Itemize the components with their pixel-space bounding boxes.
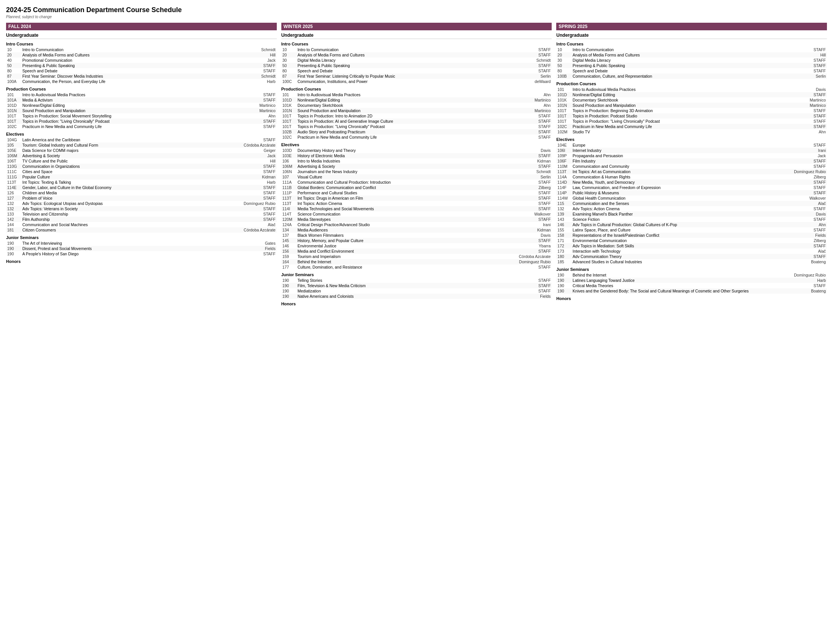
course-number: 110M — [556, 164, 571, 169]
course-instructor: STAFF — [239, 119, 277, 124]
course-number: 101K — [281, 103, 296, 108]
course-title: Topics in Production: Social Movement St… — [21, 113, 239, 119]
table-row: 114EGender, Labor, and Culture in the Gl… — [6, 185, 277, 190]
table-row: 50Presenting & Public SpeakingSTAFF — [281, 63, 552, 68]
course-number: 145 — [281, 238, 296, 243]
table-row: 190Native Americans and ColonistsFields — [281, 294, 552, 299]
table-row: 132Adv Topics: Action CinemaSTAFF — [556, 206, 827, 211]
course-number: 101T — [6, 113, 21, 119]
course-instructor: Fields — [239, 246, 277, 251]
course-title: Intro to Communication — [21, 47, 239, 52]
table-row: 20Analysis of Media Forms and CulturesHi… — [556, 52, 827, 58]
course-instructor: Martinico — [514, 97, 552, 103]
table-row: 101DNonlinear/Digital EditingMartinico — [281, 97, 552, 103]
course-number: 114A — [556, 174, 571, 180]
course-title: Digital Media Literacy — [296, 58, 514, 63]
table-row: 101Intro to Audiovisual Media PracticesA… — [281, 92, 552, 97]
course-number: 105 — [6, 142, 21, 148]
course-number: 132 — [556, 206, 571, 211]
course-title: Communication and Cultural Production: I… — [296, 180, 514, 185]
course-instructor: Zilberg — [789, 174, 827, 180]
course-instructor: Córdoba Azcárate — [514, 254, 552, 259]
course-title: Speech and Debate — [21, 68, 239, 74]
course-instructor: Gates — [239, 241, 277, 246]
course-instructor: STAFF — [514, 47, 552, 52]
course-title: Topics in Production: "Living Chronicall… — [571, 119, 789, 124]
table-row: 143Science FictionSTAFF — [556, 217, 827, 222]
course-number: 87 — [281, 74, 296, 79]
course-instructor: STAFF — [514, 201, 552, 206]
table-row: 114PPublic History & MuseumsSTAFF — [556, 190, 827, 195]
course-instructor: STAFF — [514, 68, 552, 74]
page-subtitle: Planned, subject to change — [6, 15, 827, 19]
page-title: 2024-25 Communication Department Course … — [6, 6, 827, 14]
course-title: Environmental Justice — [296, 243, 514, 248]
table-row: 114TScience CommunicationWalkover — [281, 211, 552, 217]
course-instructor: Martinico — [789, 103, 827, 108]
course-table: 190The Art of InterviewingGates190Dissen… — [6, 241, 277, 256]
course-table: 10Intro to CommunicationSTAFF20Analysis … — [281, 47, 552, 84]
course-instructor: STAFF — [514, 190, 552, 195]
course-number: 185 — [556, 259, 571, 264]
course-instructor: STAFF — [514, 63, 552, 68]
course-instructor: STAFF — [239, 137, 277, 142]
course-instructor: STAFF — [239, 190, 277, 195]
table-row: 124ACritical Design Practice/Advanced St… — [281, 222, 552, 227]
course-instructor: Davis — [514, 148, 552, 153]
course-instructor: Davis — [789, 211, 827, 217]
course-number: 101T — [6, 119, 21, 124]
course-title: Advertising & Society — [21, 153, 239, 158]
course-number: 190 — [281, 283, 296, 288]
section-header: Production Courses — [281, 85, 552, 92]
course-number: 132 — [6, 201, 21, 206]
course-title: Adv Topics: Veterans in Society — [21, 206, 239, 211]
course-number: 156 — [281, 248, 296, 254]
table-row: 181Citizen ConsumersCórdoba Azcárate — [6, 227, 277, 233]
course-title: Law, Communication, and Freedom of Expre… — [571, 185, 789, 190]
course-instructor: Fields — [789, 233, 827, 238]
course-instructor: Martinico — [789, 97, 827, 103]
course-number: 114F — [556, 185, 571, 190]
course-instructor: Fields — [514, 294, 552, 299]
course-title: Popular Culture — [21, 174, 239, 180]
table-row: 106MAdvertising & SocietyJack — [6, 153, 277, 158]
course-instructor: STAFF — [514, 195, 552, 201]
course-instructor: STAFF — [514, 180, 552, 185]
table-row: 133Television and CitizenshipSTAFF — [6, 211, 277, 217]
course-title: Communication & Human Rights — [571, 174, 789, 180]
course-instructor: Walkover — [514, 211, 552, 217]
table-row: 142Film AuthorshipSTAFF — [6, 217, 277, 222]
course-instructor: STAFF — [514, 248, 552, 254]
course-instructor: STAFF — [514, 124, 552, 129]
table-row: 20Analysis of Media Forms and CulturesST… — [281, 52, 552, 58]
course-instructor: Harb — [789, 278, 827, 283]
course-title: Int Topics: Texting & Talking — [21, 180, 239, 185]
course-title: Studio TV — [571, 129, 789, 134]
course-number: 115 — [556, 201, 571, 206]
course-table: 101Intro to Audiovisual Media PracticesS… — [6, 92, 277, 129]
table-row: 87First Year Seminar: Listening Critical… — [281, 74, 552, 79]
course-title: Communication, Culture, and Representati… — [571, 74, 789, 79]
winter-header: WINTER 2025 — [281, 23, 552, 30]
course-title: Analysis of Media Forms and Cultures — [571, 52, 789, 58]
course-instructor: STAFF — [789, 124, 827, 129]
course-title: Interaction with Technology — [571, 248, 789, 254]
course-number: 127 — [6, 195, 21, 201]
course-number: 80 — [6, 68, 21, 74]
spring-column: SPRING 2025 Undergraduate Intro Courses1… — [556, 23, 827, 301]
course-title: Latines Languaging Toward Justice — [571, 278, 789, 283]
course-number: 101N — [281, 108, 296, 113]
course-title: Promotional Communication — [21, 58, 239, 63]
course-instructor: Domínguez Rubio — [789, 272, 827, 278]
course-title: Practicum in New Media and Community Lif… — [571, 124, 789, 129]
course-title: Topics in Production: Intro to Animation… — [296, 113, 514, 119]
course-title: Adv Communication Theory — [571, 254, 789, 259]
course-title: Visual Culture — [296, 174, 514, 180]
table-row: 190Latines Languaging Toward JusticeHarb — [556, 278, 827, 283]
course-instructor: Kidman — [514, 227, 552, 233]
course-instructor: STAFF — [789, 185, 827, 190]
course-number: 114W — [556, 195, 571, 201]
course-title: Communication, the Person, and Everyday … — [21, 79, 239, 84]
fall-sections: Intro Courses10Intro to CommunicationSch… — [6, 40, 277, 264]
course-title: Intro to Communication — [296, 47, 514, 52]
